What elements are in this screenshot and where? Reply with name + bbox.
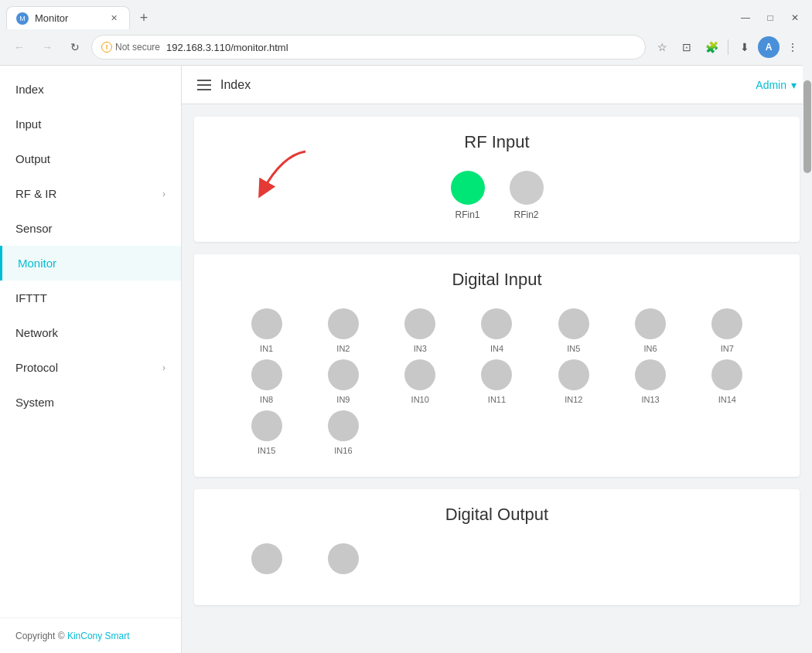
rf-input-title: RF Input bbox=[213, 132, 781, 152]
out2-indicator bbox=[328, 543, 359, 574]
rf-input-2: RFin2 bbox=[510, 171, 544, 220]
in8-indicator bbox=[251, 359, 282, 390]
in15-indicator bbox=[251, 410, 282, 441]
capture-button[interactable]: ⊡ bbox=[675, 36, 698, 59]
list-item bbox=[305, 543, 381, 574]
sidebar-item-sensor[interactable]: Sensor bbox=[0, 211, 181, 246]
sidebar-item-output[interactable]: Output bbox=[0, 141, 181, 176]
in16-indicator bbox=[328, 410, 359, 441]
in7-label: IN7 bbox=[721, 344, 734, 353]
digital-output-grid bbox=[213, 543, 781, 574]
list-item bbox=[228, 543, 305, 574]
in11-indicator bbox=[481, 359, 512, 390]
out1-indicator bbox=[251, 543, 282, 574]
in8-label: IN8 bbox=[260, 395, 273, 404]
in4-label: IN4 bbox=[490, 344, 503, 353]
digital-input-card: Digital Input IN1 IN2 IN3 bbox=[194, 254, 800, 477]
in14-indicator bbox=[711, 359, 742, 390]
refresh-button[interactable]: ↻ bbox=[63, 36, 87, 59]
download-button[interactable]: ⬇ bbox=[733, 36, 756, 59]
in4-indicator bbox=[481, 308, 512, 339]
sidebar-nav: Index Input Output RF & IR › Sensor Moni… bbox=[0, 66, 181, 617]
rfin1-indicator bbox=[451, 171, 485, 205]
chevron-right-icon: › bbox=[162, 189, 165, 199]
separator bbox=[728, 39, 728, 55]
admin-menu[interactable]: Admin ▾ bbox=[756, 79, 797, 91]
hamburger-line bbox=[197, 80, 211, 81]
bookmark-button[interactable]: ☆ bbox=[650, 36, 674, 59]
sidebar-item-rf-ir[interactable]: RF & IR › bbox=[0, 176, 181, 211]
list-item: IN8 bbox=[228, 359, 305, 404]
rf-input-card: RF Input bbox=[194, 117, 800, 242]
in7-indicator bbox=[711, 308, 742, 339]
chevron-right-icon: › bbox=[162, 362, 165, 373]
tab-title: Monitor bbox=[35, 12, 68, 24]
in9-label: IN9 bbox=[336, 395, 350, 404]
sidebar-footer: Copyright © KinCony Smart bbox=[0, 617, 181, 653]
in2-indicator bbox=[328, 308, 359, 339]
top-bar: Index Admin ▾ bbox=[182, 66, 812, 104]
in13-indicator bbox=[635, 359, 666, 390]
content-scroll: RF Input bbox=[182, 104, 812, 653]
profile-avatar[interactable]: A bbox=[758, 36, 780, 58]
sidebar-item-monitor[interactable]: Monitor bbox=[0, 246, 181, 281]
security-indicator: ! Not secure bbox=[101, 42, 160, 53]
list-item: IN7 bbox=[689, 308, 766, 353]
sidebar-item-network[interactable]: Network bbox=[0, 315, 181, 350]
maximize-button[interactable]: □ bbox=[759, 7, 781, 29]
in10-label: IN10 bbox=[411, 395, 429, 404]
in2-label: IN2 bbox=[336, 344, 350, 353]
list-item: IN3 bbox=[382, 308, 459, 353]
sidebar-item-system[interactable]: System bbox=[0, 385, 181, 420]
brand-link[interactable]: KinCony Smart bbox=[67, 631, 130, 641]
url-bar[interactable]: ! Not secure 192.168.3.110/monitor.html bbox=[91, 35, 646, 60]
in16-label: IN16 bbox=[334, 446, 352, 455]
list-item: IN1 bbox=[228, 308, 305, 353]
digital-input-title: Digital Input bbox=[213, 270, 781, 290]
window-controls: — □ ✕ bbox=[735, 7, 806, 29]
close-button[interactable]: ✕ bbox=[784, 7, 806, 29]
list-item: IN16 bbox=[305, 410, 381, 455]
not-secure-label: Not secure bbox=[115, 42, 160, 53]
list-item: IN15 bbox=[228, 410, 305, 455]
new-tab-button[interactable]: + bbox=[133, 7, 155, 29]
sidebar-item-input[interactable]: Input bbox=[0, 107, 181, 141]
forward-button[interactable]: → bbox=[36, 36, 59, 59]
in6-label: IN6 bbox=[643, 344, 657, 353]
list-item: IN4 bbox=[459, 308, 535, 353]
address-bar: ← → ↻ ! Not secure 192.168.3.110/monitor… bbox=[0, 29, 812, 65]
sidebar: Index Input Output RF & IR › Sensor Moni… bbox=[0, 66, 182, 653]
menu-button[interactable]: ⋮ bbox=[781, 36, 804, 59]
in5-indicator bbox=[558, 308, 589, 339]
rfin2-indicator bbox=[510, 171, 544, 205]
list-item: IN14 bbox=[689, 359, 766, 404]
in5-label: IN5 bbox=[567, 344, 580, 353]
list-item: IN10 bbox=[382, 359, 459, 404]
in3-indicator bbox=[404, 308, 435, 339]
in12-label: IN12 bbox=[565, 395, 582, 404]
back-button[interactable]: ← bbox=[8, 36, 31, 59]
minimize-button[interactable]: — bbox=[735, 7, 756, 29]
extension-button[interactable]: 🧩 bbox=[700, 36, 723, 59]
tab-close-button[interactable]: ✕ bbox=[107, 12, 120, 25]
rfin2-label: RFin2 bbox=[513, 209, 538, 220]
in10-indicator bbox=[404, 359, 435, 390]
list-item: IN9 bbox=[305, 359, 381, 404]
address-actions: ☆ ⊡ 🧩 ⬇ A ⋮ bbox=[650, 36, 804, 59]
scrollbar[interactable] bbox=[803, 65, 812, 653]
active-tab[interactable]: M Monitor ✕ bbox=[6, 6, 130, 29]
sidebar-item-ifttt[interactable]: IFTTT bbox=[0, 281, 181, 315]
in15-label: IN15 bbox=[258, 446, 275, 455]
in13-label: IN13 bbox=[641, 395, 659, 404]
list-item: IN2 bbox=[305, 308, 381, 353]
in3-label: IN3 bbox=[414, 344, 427, 353]
list-item: IN6 bbox=[612, 308, 688, 353]
list-item: IN5 bbox=[535, 308, 612, 353]
digital-input-grid: IN1 IN2 IN3 IN4 bbox=[213, 308, 781, 455]
app-container: Index Input Output RF & IR › Sensor Moni… bbox=[0, 66, 812, 653]
tab-favicon: M bbox=[16, 12, 29, 25]
hamburger-button[interactable] bbox=[197, 80, 211, 90]
sidebar-item-index[interactable]: Index bbox=[0, 72, 181, 107]
scrollbar-thumb[interactable] bbox=[803, 80, 811, 173]
sidebar-item-protocol[interactable]: Protocol › bbox=[0, 350, 181, 385]
